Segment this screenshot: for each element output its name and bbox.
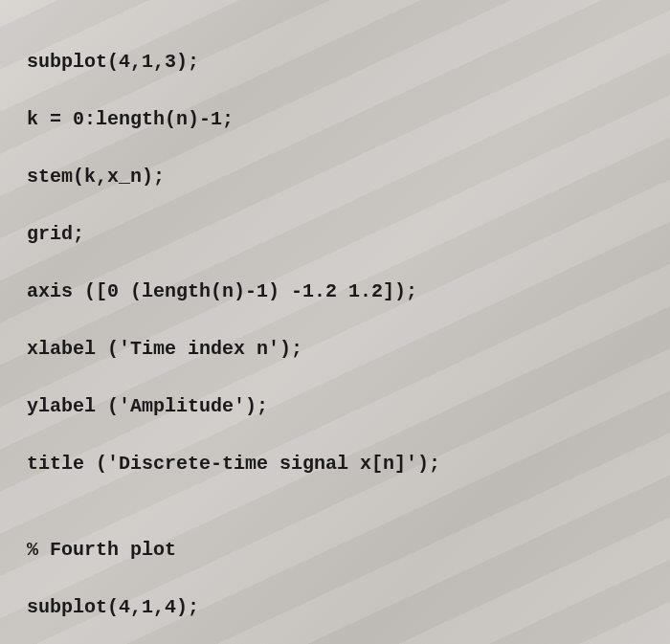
- code-line: stem(k,x_n);: [27, 163, 670, 191]
- code-line: grid;: [27, 220, 670, 249]
- code-block: subplot(4,1,3); k = 0:length(n)-1; stem(…: [27, 19, 670, 644]
- code-line: xlabel ('Time index n');: [27, 335, 670, 364]
- code-line: subplot(4,1,4);: [27, 593, 670, 622]
- code-line: axis ([0 (length(n)-1) -1.2 1.2]);: [27, 278, 670, 306]
- code-line: k = 0:length(n)-1;: [27, 105, 670, 134]
- code-line: % Fourth plot: [27, 536, 670, 565]
- code-line: title ('Discrete-time signal x[n]');: [27, 450, 670, 478]
- code-line: ylabel ('Amplitude');: [27, 392, 670, 421]
- code-line: subplot(4,1,3);: [27, 48, 670, 77]
